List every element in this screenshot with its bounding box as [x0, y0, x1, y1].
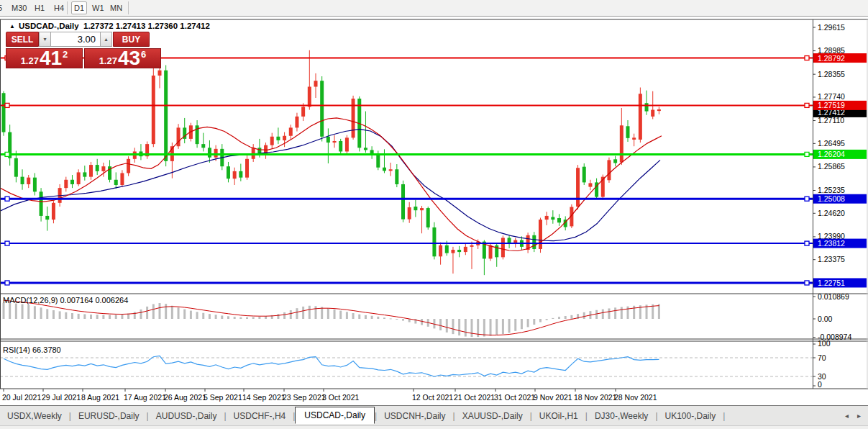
svg-text:1.23375: 1.23375	[818, 255, 845, 263]
line-handle	[805, 56, 809, 60]
volume-decrease-button[interactable]: ▾	[39, 32, 51, 47]
sell-button[interactable]: SELL	[6, 32, 39, 47]
symbol-tab-bar: USDX,Weekly|EURUSD-,Daily|AUDUSD-,Daily|…	[0, 405, 868, 425]
tab-ukoil-h1[interactable]: UKOil-,H1	[532, 408, 585, 424]
tab-audusd-daily[interactable]: AUDUSD-,Daily	[149, 408, 224, 424]
svg-text:1.27740: 1.27740	[818, 92, 845, 101]
svg-text:1.28792: 1.28792	[818, 54, 845, 63]
line-handle	[5, 197, 9, 201]
tab-separator: |	[723, 411, 725, 421]
line-handle	[805, 103, 809, 107]
trading-app-window: { "toolbar": { "timeframes": ["5", "M30"…	[0, 0, 868, 429]
svg-text:26 Aug 2021: 26 Aug 2021	[164, 393, 206, 402]
svg-text:1.25865: 1.25865	[818, 162, 845, 171]
svg-text:29 Jul 2021: 29 Jul 2021	[42, 393, 81, 402]
tab-usdchf-h4[interactable]: USDCHF-,H4	[227, 408, 293, 424]
svg-text:9 Nov 2021: 9 Nov 2021	[534, 393, 572, 402]
buy-price-prefix: 1.27	[99, 55, 117, 66]
volume-input[interactable]: 3.00	[51, 32, 100, 47]
line-handle	[5, 241, 9, 245]
svg-text:0.010869: 0.010869	[818, 292, 849, 301]
chart-ohlc-values: 1.27372 1.27413 1.27360 1.27412	[83, 22, 210, 30]
volume-increase-button[interactable]: ▴	[100, 32, 112, 47]
rsi-indicator-label: RSI(14) 66.3780	[3, 346, 61, 354]
tab-usdcnh-daily[interactable]: USDCNH-,Daily	[377, 408, 452, 424]
svg-text:8 Aug 2021: 8 Aug 2021	[81, 393, 119, 402]
line-handle	[5, 281, 9, 285]
sell-price-pip: 2	[63, 49, 68, 60]
macd-indicator-label: MACD(12,26,9) 0.007164 0.006264	[3, 296, 128, 304]
svg-text:100: 100	[818, 339, 831, 348]
buy-price-big: 43	[118, 50, 140, 67]
buy-price-pip: 6	[141, 49, 146, 60]
tab-usdcad-daily[interactable]: USDCAD-,Daily	[295, 407, 375, 424]
chart-symbol-label: USDCAD-,Daily	[19, 22, 79, 30]
tab-eurusd-daily[interactable]: EURUSD-,Daily	[71, 408, 147, 424]
svg-text:1.22751: 1.22751	[818, 279, 845, 287]
line-handle	[805, 281, 809, 285]
sell-price-display[interactable]: 1.27412	[6, 48, 83, 68]
buy-price-display[interactable]: 1.27436	[84, 48, 161, 68]
svg-text:1.28355: 1.28355	[818, 70, 845, 78]
one-click-trade-panel: SELL ▾ 3.00 ▴ BUY 1.27412 1.27436	[6, 32, 165, 68]
svg-text:28 Nov 2021: 28 Nov 2021	[614, 393, 657, 402]
tab-xauusd-daily[interactable]: XAUUSD-,Daily	[455, 408, 530, 424]
svg-text:30: 30	[818, 372, 826, 381]
line-handle	[805, 197, 809, 201]
svg-text:1.27519: 1.27519	[818, 101, 845, 109]
tab-scroll-left-icon[interactable]: ◂	[845, 412, 849, 420]
svg-text:1.25235: 1.25235	[818, 186, 845, 194]
sell-price-prefix: 1.27	[21, 55, 39, 66]
svg-text:0.00: 0.00	[818, 315, 833, 323]
buy-button[interactable]: BUY	[113, 32, 150, 47]
svg-text:1.29615: 1.29615	[818, 23, 845, 32]
svg-text:1.24620: 1.24620	[818, 209, 845, 217]
svg-text:12 Oct 2021: 12 Oct 2021	[412, 393, 453, 402]
svg-text:3 Oct 2021: 3 Oct 2021	[322, 393, 360, 402]
line-handle	[5, 103, 9, 107]
svg-text:0: 0	[818, 380, 822, 389]
svg-text:5 Sep 2021: 5 Sep 2021	[204, 393, 242, 402]
sell-price-big: 41	[40, 50, 62, 67]
svg-text:70: 70	[818, 353, 826, 362]
chart-title: ▲USDCAD-,Daily 1.27372 1.27413 1.27360 1…	[9, 22, 210, 30]
date-axis: 20 Jul 202129 Jul 20218 Aug 202117 Aug 2…	[2, 389, 657, 402]
svg-text:1.25008: 1.25008	[818, 194, 845, 203]
line-handle	[805, 152, 809, 156]
tab-usdx-weekly[interactable]: USDX,Weekly	[0, 408, 69, 424]
line-handle	[805, 241, 809, 245]
svg-text:20 Jul 2021: 20 Jul 2021	[2, 393, 41, 402]
svg-text:1.23812: 1.23812	[818, 239, 845, 248]
status-strip	[0, 425, 868, 429]
svg-text:17 Aug 2021: 17 Aug 2021	[124, 393, 166, 402]
svg-text:1.26204: 1.26204	[818, 150, 845, 158]
svg-text:14 Sep 2021: 14 Sep 2021	[242, 393, 285, 402]
svg-text:1.26495: 1.26495	[818, 139, 845, 148]
svg-text:23 Sep 2021: 23 Sep 2021	[283, 393, 326, 402]
svg-text:31 Oct 2021: 31 Oct 2021	[494, 393, 535, 402]
svg-text:21 Oct 2021: 21 Oct 2021	[454, 393, 495, 402]
tab-uk100-daily[interactable]: UK100-,Daily	[658, 408, 723, 424]
line-handle	[5, 152, 9, 156]
collapse-panel-icon[interactable]: ▲	[9, 23, 15, 30]
svg-text:18 Nov 2021: 18 Nov 2021	[574, 393, 617, 402]
tab-dj30-weekly[interactable]: DJ30-,Weekly	[588, 408, 655, 424]
tab-scroll-right-icon[interactable]: ▸	[857, 412, 861, 420]
